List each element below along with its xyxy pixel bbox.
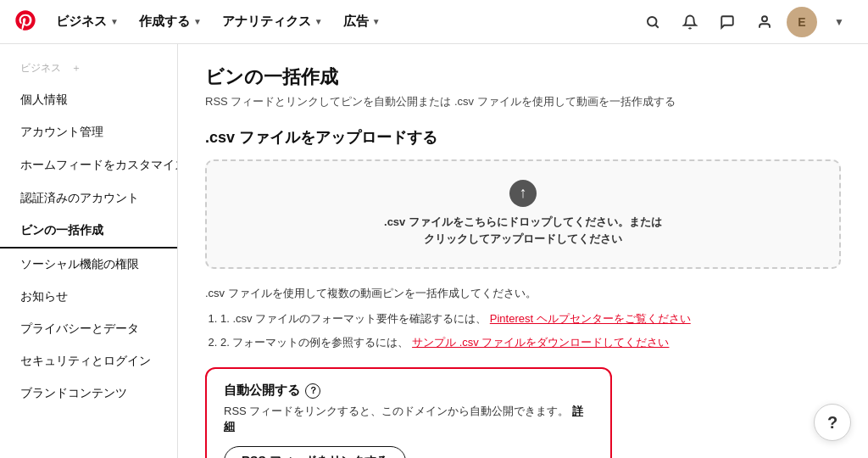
notifications-button[interactable]: [675, 7, 705, 37]
svg-point-0: [648, 17, 657, 26]
svg-point-2: [762, 16, 767, 21]
csv-section-title: .csv ファイルをアップロードする: [205, 127, 841, 148]
csv-dropzone[interactable]: ↑ .csv ファイルをこちらにドロップしてください。または クリックしてアップ…: [205, 159, 841, 270]
rss-link-button[interactable]: RSS フィードをリンクする: [224, 446, 406, 458]
autopublish-desc: RSS フィードをリンクすると、このドメインから自動公開できます。 詳細: [224, 404, 593, 434]
account-button[interactable]: [749, 7, 780, 37]
messages-button[interactable]: [712, 7, 743, 37]
instruction-2: 2. フォーマットの例を参照するには、 サンプル .csv ファイルをダウンロー…: [220, 333, 841, 352]
main-layout: ビジネス ＋ 個人情報 アカウント管理 ホームフィードをカスタマイズする 認証済…: [0, 44, 868, 458]
sidebar-item-security-login[interactable]: セキュリティとログイン: [0, 345, 177, 377]
help-button[interactable]: ?: [814, 404, 851, 441]
nav-item-business[interactable]: ビジネス ▼: [47, 8, 127, 35]
chevron-down-icon: ▼: [372, 17, 381, 26]
autopublish-box: 自動公開する ？ RSS フィードをリンクすると、このドメインから自動公開できま…: [205, 367, 612, 458]
avatar[interactable]: E: [787, 7, 817, 37]
sidebar-item-brand-content[interactable]: ブランドコンテンツ: [0, 377, 177, 410]
expand-button[interactable]: ▼: [824, 7, 854, 37]
topnav-right: E ▼: [637, 7, 854, 37]
sidebar-item-verified-account[interactable]: 認証済みのアカウント: [0, 182, 177, 215]
page-subtitle: RSS フィードとリンクしてピンを自動公開または .csv ファイルを使用して動…: [205, 93, 841, 110]
chevron-down-icon: ▼: [193, 17, 202, 26]
upload-icon: ↑: [509, 180, 537, 207]
instruction-1: 1. .csv ファイルのフォーマット要件を確認するには、 Pinterest …: [220, 310, 841, 328]
nav-item-ads[interactable]: 広告 ▼: [335, 8, 389, 35]
top-navigation: ビジネス ▼ 作成する ▼ アナリティクス ▼ 広告 ▼: [0, 0, 868, 44]
instructions-block: .csv ファイルを使用して複数の動画ピンを一括作成してください。 1. .cs…: [205, 284, 841, 352]
svg-line-1: [655, 25, 658, 27]
autopublish-title: 自動公開する ？: [224, 383, 593, 399]
sidebar-partial-label: ビジネス ＋: [0, 58, 177, 79]
nav-item-analytics[interactable]: アナリティクス ▼: [214, 8, 331, 35]
chevron-down-icon: ▼: [110, 17, 119, 26]
sidebar-item-account-management[interactable]: アカウント管理: [0, 116, 177, 148]
sidebar: ビジネス ＋ 個人情報 アカウント管理 ホームフィードをカスタマイズする 認証済…: [0, 44, 178, 458]
nav-item-create[interactable]: 作成する ▼: [131, 8, 210, 35]
autopublish-question-badge[interactable]: ？: [305, 383, 320, 399]
download-sample-link[interactable]: サンプル .csv ファイルをダウンロードしてください: [412, 336, 669, 349]
instructions-lead: .csv ファイルを使用して複数の動画ピンを一括作成してください。: [205, 284, 841, 303]
pinterest-logo[interactable]: [14, 8, 37, 35]
sidebar-item-home-feed[interactable]: ホームフィードをカスタマイズする: [0, 148, 177, 182]
sidebar-item-bulk-create[interactable]: ビンの一括作成: [0, 215, 177, 249]
page-title: ビンの一括作成: [205, 64, 841, 90]
sidebar-item-personal-info[interactable]: 個人情報: [0, 84, 177, 116]
sidebar-item-notifications[interactable]: お知らせ: [0, 281, 177, 313]
dropzone-text: .csv ファイルをこちらにドロップしてください。または クリックしてアップロー…: [220, 214, 826, 249]
sidebar-item-privacy-data[interactable]: プライバシーとデータ: [0, 313, 177, 345]
sidebar-item-social-permissions[interactable]: ソーシャル機能の権限: [0, 249, 177, 281]
search-button[interactable]: [637, 7, 668, 37]
chevron-down-icon: ▼: [314, 17, 323, 26]
help-center-link[interactable]: Pinterest ヘルプセンターをご覧ください: [490, 312, 691, 325]
main-content: ビンの一括作成 RSS フィードとリンクしてピンを自動公開または .csv ファ…: [178, 44, 868, 458]
